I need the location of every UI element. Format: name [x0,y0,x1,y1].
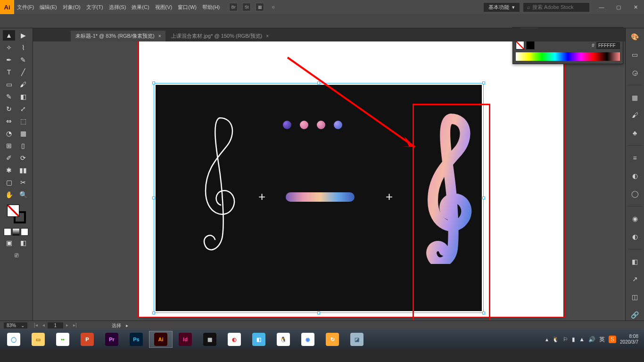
graphic-styles-panel-icon[interactable]: ◐ [629,231,641,242]
window-minimize[interactable]: — [593,0,610,14]
rotate-tool[interactable]: ↻ [3,104,15,114]
properties-panel-icon[interactable]: ▭ [629,49,641,60]
slice-tool[interactable]: ✂ [17,177,29,188]
eraser-tool[interactable]: ◧ [17,91,29,102]
menu-object[interactable]: 对象(O) [60,0,83,14]
line-tool[interactable]: ╱ [17,67,29,77]
lasso-tool[interactable]: ⌇ [17,42,29,53]
tray-flag-icon[interactable]: ⚐ [563,336,568,343]
document-tab[interactable]: 上课混合素材.jpg* @ 150% (RGB/预览) × [166,31,273,41]
close-icon[interactable]: × [266,33,269,39]
transparency-panel-icon[interactable]: ◯ [629,188,641,199]
gpu-icon[interactable]: ⎋ [269,3,277,11]
status-expand[interactable]: ▸ [126,323,128,328]
menu-view[interactable]: 视图(V) [152,0,175,14]
menu-window[interactable]: 窗口(W) [175,0,199,14]
fill-stroke-swatch[interactable] [7,205,26,223]
taskbar-item-cube[interactable]: ◧ [247,331,271,348]
color-mode-solid[interactable] [4,228,11,236]
taskbar-item-chrome[interactable]: ◉ [296,331,320,348]
window-close[interactable]: ✕ [627,0,644,14]
zoom-tool[interactable]: 🔍 [17,189,29,200]
canvas-area[interactable]: 未标题-1* @ 83% (RGB/像素预览) × 上课混合素材.jpg* @ … [33,28,625,321]
menu-select[interactable]: 选择(S) [106,0,129,14]
tray-battery-icon[interactable]: ▮ [572,336,575,343]
symbols-panel-icon[interactable]: ♣ [629,127,641,139]
zoom-level[interactable]: 83% ⌄ [4,322,27,329]
menu-edit[interactable]: 编辑(E) [37,0,60,14]
tray-network-icon[interactable]: ▲ [579,336,585,343]
stock-icon[interactable]: St [242,3,251,11]
magic-wand-tool[interactable]: ✧ [3,42,15,53]
asset-export-panel-icon[interactable]: ↗ [629,274,641,285]
panel-stroke-swatch[interactable] [526,41,535,49]
artboard-tool[interactable]: ▢ [3,177,15,188]
taskbar-item-premiere[interactable]: Pr [100,331,124,348]
fill-swatch[interactable] [7,205,19,217]
symbol-sprayer-tool[interactable]: ✱ [3,165,15,175]
links-panel-icon[interactable]: 🔗 [629,309,641,321]
taskbar-item-qq[interactable]: 🐧 [272,331,295,348]
gradient-tool[interactable]: ▯ [17,140,29,151]
column-graph-tool[interactable]: ▮▮ [17,165,29,175]
taskbar-item-browser-360[interactable]: ◯ [2,331,25,348]
color-mode-gradient[interactable] [12,228,20,236]
taskbar-item-notes[interactable]: ◪ [345,331,369,348]
rectangle-tool[interactable]: ▭ [3,79,15,90]
artboards-panel-icon[interactable]: ◫ [629,291,641,303]
scale-tool[interactable]: ⤢ [17,104,29,114]
appearance-panel-icon[interactable]: ◉ [629,213,641,224]
swatches-panel-icon[interactable]: ▦ [629,92,641,103]
mesh-tool[interactable]: ⊞ [3,140,15,151]
search-stock-input[interactable]: ⌕ 搜索 Adobe Stock [523,3,589,12]
hex-input[interactable] [596,42,620,49]
type-tool[interactable]: T [3,67,15,77]
brushes-panel-icon[interactable]: 🖌 [629,110,641,121]
change-screen-mode[interactable]: ⎚ [10,250,23,260]
tray-volume-icon[interactable]: 🔊 [588,336,595,343]
taskbar-item-wechat[interactable]: •• [51,331,74,348]
menu-type[interactable]: 文字(T) [83,0,106,14]
curvature-tool[interactable]: ✎ [17,55,29,65]
taskbar-item-indesign[interactable]: Id [173,331,197,348]
width-tool[interactable]: ⇔ [3,116,15,126]
taskbar-item-video[interactable]: ▦ [198,331,222,348]
menu-effect[interactable]: 效果(C) [129,0,152,14]
taskbar-item-explorer[interactable]: ▭ [26,331,50,348]
screen-mode-tool[interactable]: ▣ [3,238,15,248]
nav-last[interactable]: ▸| [71,322,79,329]
workspace-switcher[interactable]: 基本功能 ▾ [484,3,520,12]
tray-expand-icon[interactable]: ▴ [545,336,548,343]
direct-selection-tool[interactable]: ▶ [17,30,29,41]
draw-mode-tool[interactable]: ◧ [17,238,29,248]
taskbar-item-photoshop[interactable]: Ps [124,331,148,348]
menu-help[interactable]: 帮助(H) [199,0,223,14]
panel-fill-swatch[interactable] [516,41,524,49]
nav-next[interactable]: ▸ [64,322,70,329]
bridge-icon[interactable]: Br [229,3,238,11]
tray-clock[interactable]: 8:08 2020/3/7 [620,334,638,345]
paintbrush-tool[interactable]: 🖌 [17,79,29,90]
taskbar-item-powerpoint[interactable]: P [75,331,99,348]
shaper-tool[interactable]: ✎ [3,91,15,102]
taskbar-item-swirl[interactable]: ↻ [321,331,344,348]
artboard-number[interactable]: 1 [48,322,64,329]
libraries-panel-icon[interactable]: ◶ [629,67,641,78]
layers-panel-icon[interactable]: ◧ [629,256,641,267]
stroke-panel-icon[interactable]: ≡ [629,152,641,164]
shape-builder-tool[interactable]: ◔ [3,128,15,139]
tray-qq-icon[interactable]: 🐧 [552,336,559,343]
perspective-tool[interactable]: ▦ [17,128,29,139]
close-icon[interactable]: × [158,33,161,39]
nav-prev[interactable]: ◂ [41,322,47,329]
eyedropper-tool[interactable]: ✐ [3,153,15,163]
window-maximize[interactable]: ▢ [610,0,627,14]
taskbar-item-illustrator[interactable]: Ai [149,331,173,348]
free-transform-tool[interactable]: ⬚ [17,116,29,126]
tray-sogou-icon[interactable]: S [609,336,616,343]
selection-tool[interactable]: ▲ [3,30,15,41]
tray-ime-icon[interactable]: 英 [599,336,605,344]
taskbar-item-sphere[interactable]: ◐ [223,331,246,348]
color-panel-icon[interactable]: 🎨 [629,31,641,42]
color-mode-none[interactable] [21,228,28,236]
